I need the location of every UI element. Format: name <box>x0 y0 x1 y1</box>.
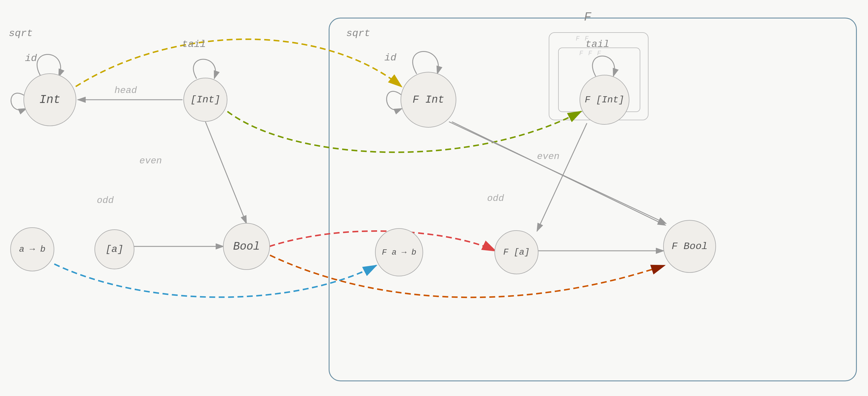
node-int: Int <box>24 73 76 126</box>
label-id-left: id <box>25 53 37 64</box>
node-f-a-list: F [a] <box>494 230 538 274</box>
node-f-bool: F Bool <box>663 220 716 273</box>
node-a-to-b: a → b <box>10 227 54 271</box>
node-a-list: [a] <box>94 229 134 269</box>
label-odd-right: odd <box>487 193 504 204</box>
node-f-a-to-b: F a → b <box>375 228 423 276</box>
node-f-int-list: F [Int] <box>580 75 629 125</box>
label-sqrt-right: sqrt <box>346 28 370 39</box>
label-odd-left: odd <box>97 195 114 206</box>
label-even-right: even <box>537 151 560 162</box>
label-tail-right: tail <box>585 39 610 50</box>
svg-line-8 <box>206 122 247 224</box>
node-bool: Bool <box>223 223 270 270</box>
label-tail-mid: tail <box>182 39 206 50</box>
node-f-int: F Int <box>401 72 456 128</box>
label-sqrt-left: sqrt <box>9 28 33 39</box>
node-int-list: [Int] <box>183 78 227 122</box>
label-id-right: id <box>384 52 397 63</box>
f-title: F <box>584 10 591 24</box>
label-head: head <box>115 85 137 96</box>
fff-label: F F F <box>579 50 601 57</box>
label-even-left: even <box>140 156 162 166</box>
